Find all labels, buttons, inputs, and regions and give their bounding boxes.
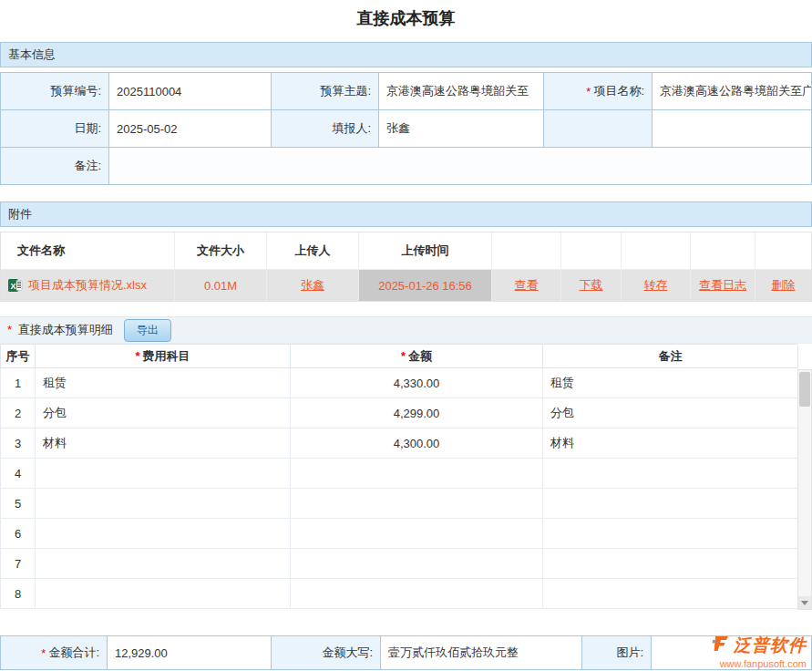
amount-cell[interactable] — [291, 579, 543, 608]
amount-words-value: 壹万贰仟玖佰贰拾玖元整 — [381, 636, 581, 669]
delete-action-cell[interactable]: 删除 — [755, 270, 811, 301]
delete-link[interactable]: 删除 — [772, 277, 796, 294]
remark-cell[interactable] — [543, 459, 798, 488]
basic-info-section: 基本信息 预算编号: 2025110004 预算主题: 京港澳高速公路粤境韶关至… — [0, 42, 812, 185]
expense-subject-cell[interactable] — [36, 459, 291, 488]
remark-cell[interactable] — [543, 489, 798, 518]
file-name-column-header: 文件名称 — [1, 232, 174, 269]
amount-header: * 金额 — [291, 345, 543, 367]
amount-words-label: 金额大写: — [272, 636, 380, 669]
basic-info-section-header: 基本信息 — [0, 42, 812, 67]
date-value[interactable]: 2025-05-02 — [109, 110, 271, 147]
svg-text:X: X — [10, 282, 15, 291]
expense-subject-header-text: 费用科目 — [143, 348, 190, 365]
expense-subject-cell[interactable] — [36, 549, 291, 578]
remark-header: 备注 — [543, 345, 798, 367]
amount-cell[interactable] — [291, 489, 543, 518]
attachment-file-name[interactable]: 项目成本预算情况.xlsx — [28, 277, 147, 294]
table-row: 3 材料 4,300.00 材料 — [0, 428, 797, 459]
budget-subject-label: 预算主题: — [272, 73, 378, 109]
page-title: 直接成本预算 — [0, 7, 812, 29]
chevron-down-icon — [801, 601, 808, 605]
total-amount-value: 12,929.00 — [108, 636, 271, 669]
amount-cell[interactable]: 4,299.00 — [291, 398, 543, 428]
project-name-value[interactable]: 京港澳高速公路粤境韶关至广 — [653, 73, 811, 109]
detail-section-title-wrap: * 直接成本预算明细 — [7, 322, 113, 338]
attachments-table: 文件名称 文件大小 上传人 上传时间 X 项目成本预算情况.xlsx 0.01M… — [0, 232, 812, 302]
image-label: 图片: — [582, 636, 651, 669]
detail-section-header-bar: * 直接成本预算明细 导出 — [0, 316, 812, 344]
total-amount-label-text: 金额合计: — [48, 645, 99, 661]
project-name-label: * 项目名称: — [544, 73, 652, 109]
row-no-cell: 3 — [1, 428, 36, 458]
row-no-cell: 8 — [1, 579, 36, 608]
detail-table-wrap: 序号 * 费用科目 * 金额 备注 1 租赁 4,330.00 租赁 — [0, 344, 812, 610]
amount-cell[interactable] — [291, 459, 543, 488]
reporter-value[interactable]: 张鑫 — [379, 110, 543, 147]
budget-no-label: 预算编号: — [1, 73, 108, 109]
expense-subject-cell[interactable] — [36, 489, 291, 518]
row-no-cell: 7 — [1, 549, 36, 578]
excel-file-icon: X — [8, 278, 23, 293]
required-asterisk: * — [401, 349, 406, 363]
totals-footer: * 金额合计: 12,929.00 金额大写: 壹万贰仟玖佰贰拾玖元整 图片: — [0, 635, 812, 670]
transfer-action-cell[interactable]: 转存 — [622, 270, 690, 301]
required-asterisk: * — [7, 323, 12, 336]
export-button[interactable]: 导出 — [124, 319, 171, 342]
empty-column-header — [622, 232, 690, 269]
scrollbar-thumb[interactable] — [799, 372, 810, 407]
expense-subject-cell[interactable] — [36, 519, 291, 548]
view-log-link[interactable]: 查看日志 — [699, 277, 746, 294]
attachments-section: 附件 文件名称 文件大小 上传人 上传时间 X 项目成本预算情况.xlsx 0.… — [0, 201, 812, 302]
amount-cell[interactable]: 4,330.00 — [291, 368, 543, 397]
view-link[interactable]: 查看 — [515, 277, 539, 294]
attachment-uploader: 张鑫 — [267, 270, 358, 301]
table-row: 8 — [0, 579, 797, 609]
uploader-name: 张鑫 — [301, 277, 324, 294]
empty-column-header — [691, 232, 755, 269]
detail-table: 序号 * 费用科目 * 金额 备注 1 租赁 4,330.00 租赁 — [0, 344, 797, 610]
expense-subject-cell[interactable]: 材料 — [36, 428, 291, 458]
amount-cell[interactable] — [291, 519, 543, 548]
transfer-link[interactable]: 转存 — [644, 277, 668, 294]
remark-cell[interactable]: 租赁 — [543, 368, 798, 397]
remark-cell[interactable] — [543, 549, 798, 578]
amount-header-text: 金额 — [408, 348, 432, 365]
download-action-cell[interactable]: 下载 — [561, 270, 621, 301]
remark-value[interactable] — [109, 148, 811, 184]
expense-subject-cell[interactable] — [36, 579, 291, 608]
scrollbar-down-button[interactable] — [798, 596, 811, 609]
amount-cell[interactable]: 4,300.00 — [291, 428, 543, 458]
view-log-action-cell[interactable]: 查看日志 — [691, 270, 755, 301]
required-asterisk: * — [41, 646, 46, 660]
remark-cell[interactable]: 分包 — [543, 398, 798, 428]
remark-cell[interactable] — [543, 519, 798, 548]
reporter-label: 填报人: — [272, 110, 378, 147]
row-no-header: 序号 — [1, 345, 36, 367]
table-row: 6 — [0, 519, 797, 549]
row-no-cell: 5 — [1, 489, 36, 518]
brand-name: 泛普软件 — [734, 634, 807, 657]
attachment-file-name-cell[interactable]: X 项目成本预算情况.xlsx — [1, 270, 174, 301]
vertical-scrollbar[interactable] — [797, 369, 812, 610]
budget-subject-value[interactable]: 京港澳高速公路粤境韶关至 — [379, 73, 543, 109]
brand-watermark: 泛普软件 www.fanpusoft.com — [712, 634, 807, 669]
remark-cell[interactable] — [543, 579, 798, 608]
remark-cell[interactable]: 材料 — [543, 428, 798, 458]
expense-subject-cell[interactable]: 分包 — [36, 398, 291, 428]
budget-no-value[interactable]: 2025110004 — [109, 73, 271, 109]
remark-label: 备注: — [1, 148, 108, 184]
total-amount-label: * 金额合计: — [1, 636, 107, 669]
attachments-section-header: 附件 — [0, 201, 812, 227]
amount-cell[interactable] — [291, 549, 543, 578]
table-row: 2 分包 4,299.00 分包 — [0, 398, 797, 428]
row-no-cell: 4 — [1, 459, 36, 488]
table-row: 4 — [0, 459, 797, 489]
expense-subject-cell[interactable]: 租赁 — [36, 368, 291, 397]
row-no-cell: 6 — [1, 519, 36, 548]
direct-cost-budget-page: 直接成本预算 基本信息 预算编号: 2025110004 预算主题: 京港澳高速… — [0, 0, 812, 671]
view-action-cell[interactable]: 查看 — [492, 270, 560, 301]
download-link[interactable]: 下载 — [580, 277, 603, 294]
brand-top: 泛普软件 — [712, 634, 807, 657]
detail-table-header-row: 序号 * 费用科目 * 金额 备注 — [0, 344, 797, 368]
